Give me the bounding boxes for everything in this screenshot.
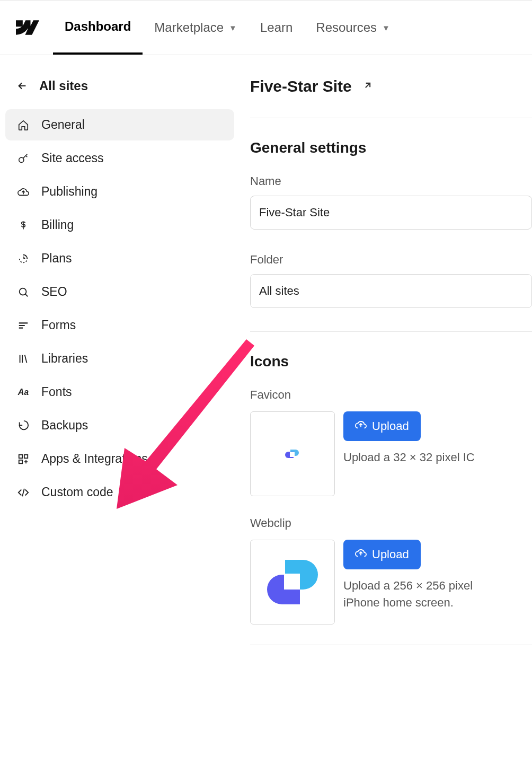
apps-grid-icon [17, 453, 30, 465]
webclip-preview [250, 540, 335, 625]
svg-rect-6 [284, 574, 300, 590]
back-label: All sites [39, 78, 88, 93]
site-name-input[interactable] [250, 196, 532, 230]
sidebar-item-label: Backups [41, 418, 88, 433]
upload-label: Upload [372, 419, 409, 433]
sidebar-item-label: General [41, 118, 85, 132]
site-title: Five-Star Site [250, 77, 352, 95]
folder-select[interactable]: All sites [250, 274, 532, 308]
sidebar-item-label: Libraries [41, 351, 88, 366]
sidebar-item-site-access[interactable]: Site access [5, 143, 234, 174]
cloud-up-icon [17, 186, 30, 198]
favicon-upload-button[interactable]: Upload [343, 411, 421, 441]
site-title-row: Five-Star Site [250, 77, 532, 95]
divider [250, 331, 532, 332]
upload-label: Upload [372, 548, 409, 561]
sidebar-item-plans[interactable]: Plans [5, 243, 234, 274]
sidebar-item-forms[interactable]: Forms [5, 310, 234, 341]
webclip-hint-line2: iPhone home screen. [343, 596, 454, 610]
svg-point-0 [19, 157, 24, 162]
libraries-icon [17, 353, 30, 365]
webclip-block: Webclip Upload Uploa [250, 516, 532, 625]
code-icon [17, 486, 30, 499]
sidebar-item-general[interactable]: General [5, 109, 234, 140]
sidebar-item-fonts[interactable]: Aa Fonts [5, 376, 234, 408]
nav-dashboard[interactable]: Dashboard [53, 1, 143, 55]
sidebar-item-label: Site access [41, 151, 104, 165]
webclip-image [261, 550, 324, 614]
sidebar-item-label: Publishing [41, 184, 97, 199]
webflow-logo[interactable] [15, 15, 40, 40]
sidebar-item-publishing[interactable]: Publishing [5, 176, 234, 207]
chevron-down-icon: ▼ [382, 23, 390, 32]
webclip-label: Webclip [250, 516, 532, 530]
nav-label: Learn [260, 20, 292, 35]
nav-label: Marketplace [154, 20, 224, 35]
sidebar-item-label: SEO [41, 285, 67, 299]
search-icon [17, 286, 30, 298]
nav-marketplace[interactable]: Marketplace ▼ [143, 1, 249, 55]
folder-label: Folder [250, 253, 532, 267]
favicon-block: Favicon Upload Uploa [250, 388, 532, 496]
webclip-hint-line1: Upload a 256 × 256 pixel [343, 579, 473, 593]
settings-sidebar: All sites General Site access Publishing [0, 55, 240, 645]
sidebar-item-apps[interactable]: Apps & Integrations [5, 443, 234, 474]
sidebar-item-label: Plans [41, 251, 72, 266]
favicon-image [283, 444, 302, 463]
sidebar-item-billing[interactable]: Billing [5, 209, 234, 241]
svg-rect-5 [290, 452, 295, 457]
undo-icon [17, 419, 30, 432]
upload-cloud-icon [355, 547, 367, 562]
home-icon [17, 119, 30, 131]
sidebar-item-label: Apps & Integrations [41, 452, 148, 466]
favicon-preview [250, 411, 335, 496]
name-label: Name [250, 174, 532, 188]
favicon-label: Favicon [250, 388, 532, 402]
fonts-icon: Aa [17, 386, 30, 399]
nav-label: Dashboard [65, 19, 131, 34]
name-field-block: Name [250, 174, 532, 230]
webclip-upload-button[interactable]: Upload [343, 540, 421, 569]
forms-icon [17, 319, 30, 332]
sidebar-item-label: Fonts [41, 385, 72, 399]
general-settings-heading: General settings [250, 139, 532, 156]
dollar-icon [17, 219, 30, 232]
back-to-all-sites[interactable]: All sites [5, 73, 234, 109]
upload-cloud-icon [355, 419, 367, 434]
favicon-hint: Upload a 32 × 32 pixel IC [343, 451, 475, 464]
sidebar-item-libraries[interactable]: Libraries [5, 343, 234, 374]
nav-label: Resources [316, 20, 377, 35]
sidebar-item-label: Custom code [41, 485, 113, 499]
key-icon [17, 152, 30, 165]
arrow-left-icon [16, 80, 29, 92]
open-external-icon[interactable] [362, 80, 373, 93]
divider [250, 118, 532, 118]
sidebar-list: General Site access Publishing Billing [5, 109, 234, 508]
svg-rect-2 [19, 454, 22, 458]
folder-select-value: All sites [259, 284, 299, 298]
chevron-down-icon: ▼ [229, 23, 237, 32]
nav-learn[interactable]: Learn [249, 1, 304, 55]
sidebar-item-label: Forms [41, 318, 76, 332]
sidebar-item-label: Billing [41, 218, 74, 232]
main-panel: Five-Star Site General settings Name Fol… [240, 55, 532, 645]
svg-rect-3 [24, 454, 28, 458]
top-navbar: Dashboard Marketplace ▼ Learn Resources … [0, 0, 532, 55]
nav-tabs: Dashboard Marketplace ▼ Learn Resources … [53, 1, 402, 55]
sidebar-item-custom-code[interactable]: Custom code [5, 477, 234, 508]
icons-heading: Icons [250, 353, 532, 370]
divider [250, 645, 532, 645]
svg-point-1 [20, 288, 26, 295]
svg-rect-4 [19, 460, 22, 463]
sidebar-item-seo[interactable]: SEO [5, 276, 234, 307]
folder-field-block: Folder All sites [250, 253, 532, 308]
nav-resources[interactable]: Resources ▼ [304, 1, 402, 55]
plan-circle-icon [17, 252, 30, 265]
sidebar-item-backups[interactable]: Backups [5, 410, 234, 441]
